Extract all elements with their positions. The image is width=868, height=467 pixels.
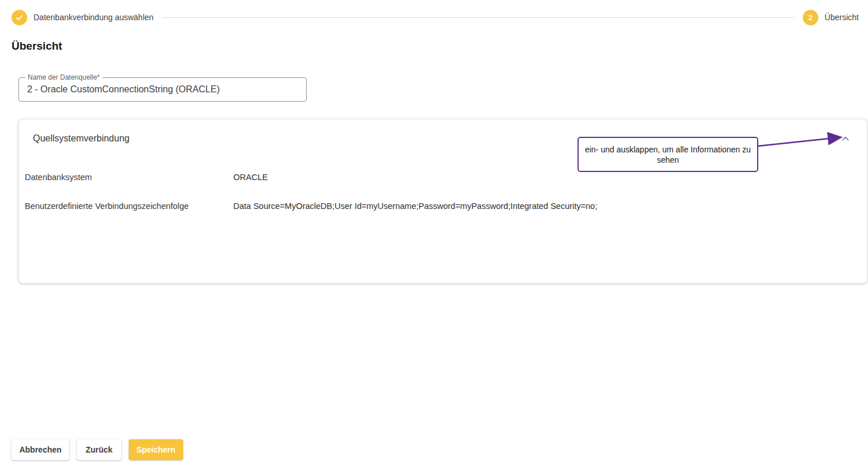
step-number-circle: 2 (803, 10, 818, 25)
datasource-name-input[interactable] (19, 78, 306, 101)
page-title: Übersicht (12, 40, 62, 53)
chevron-up-icon (841, 134, 850, 143)
back-button[interactable]: Zurück (77, 439, 121, 460)
step-label: Übersicht (825, 13, 859, 22)
step-overview[interactable]: 2 Übersicht (803, 10, 859, 25)
footer-actions: Abbrechen Zurück Speichern (12, 439, 183, 460)
annotation-callout-text: ein- und ausklappen, um alle Information… (584, 144, 751, 165)
datasource-name-field: Name der Datenquelle* (18, 77, 307, 102)
row-value: Data Source=MyOracleDB;User Id=myUsernam… (233, 201, 597, 211)
card-title: Quellsystemverbindung (33, 133, 129, 144)
cancel-button[interactable]: Abbrechen (12, 439, 69, 460)
step-completed-check-circle (12, 10, 27, 25)
save-button[interactable]: Speichern (129, 439, 183, 460)
collapse-card-button[interactable] (837, 130, 854, 147)
wizard-stepper: Datenbankverbindung auswählen 2 Übersich… (12, 9, 859, 25)
stepper-connector-line (162, 17, 795, 18)
datasource-name-label: Name der Datenquelle* (25, 73, 102, 81)
summary-row-database-system: DatenbanksystemORACLE (25, 173, 853, 182)
annotation-callout: ein- und ausklappen, um alle Information… (578, 137, 758, 172)
summary-row-connection-string: Benutzerdefinierte Verbindungszeichenfol… (25, 201, 853, 211)
row-label: Datenbanksystem (25, 173, 233, 182)
step-database-connection[interactable]: Datenbankverbindung auswählen (12, 10, 154, 25)
row-label: Benutzerdefinierte Verbindungszeichenfol… (25, 201, 233, 211)
step-label: Datenbankverbindung auswählen (33, 13, 154, 22)
check-icon (15, 13, 24, 22)
row-value: ORACLE (233, 173, 268, 182)
